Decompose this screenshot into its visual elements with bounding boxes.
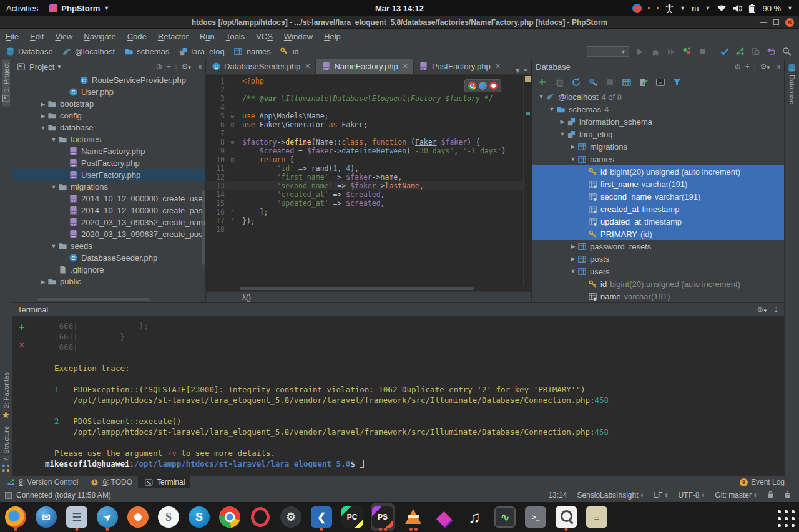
crumb-names[interactable]: names [233,47,271,57]
chevron-right-icon[interactable]: ▶ [569,143,577,150]
crumb-localhost[interactable]: @localhost [62,47,115,57]
dock-terminal[interactable]: >_ [524,503,547,531]
fold-marker-icon[interactable]: ⌃ [228,216,237,225]
hide-panel-icon[interactable]: ⇥ [774,62,780,71]
code-line-8[interactable]: 8⊟$factory->define(Name::class, function… [206,138,531,147]
menu-run[interactable]: Run [194,32,220,41]
db-tree-item-name[interactable]: name varchar(191) [532,290,784,302]
dock-graphics[interactable]: ◆ [432,503,456,531]
db-tree-item-schemas[interactable]: ▼schemas 4 [532,103,784,115]
close-button[interactable]: ✕ [785,18,794,27]
editor-tab-namefactory.php[interactable]: PHPNameFactory.php✕ [316,59,414,74]
app-menu[interactable]: PhpStorm ▼ [49,4,109,13]
status-git-master[interactable]: Git: master▲▼ [715,491,757,500]
db-tree-item-posts[interactable]: ▶posts [532,253,784,265]
chevron-down-icon[interactable]: ▼ [537,94,546,100]
project-tree-item-seeds[interactable]: ▼seeds [12,240,205,252]
table-view-icon[interactable] [621,77,632,87]
chevron-right-icon[interactable]: ▶ [39,101,47,107]
project-horizontal-scrollbar[interactable] [37,298,150,301]
project-tree-item-public[interactable]: ▶public [12,276,205,288]
project-tree-item-config[interactable]: ▶config [12,110,205,122]
menu-view[interactable]: View [49,32,78,41]
add-icon[interactable] [537,77,547,87]
project-tree-item-user.php[interactable]: CUser.php [12,86,205,98]
app-indicator-icon[interactable] [632,4,642,13]
show-applications-button[interactable] [774,506,795,528]
crumb-id[interactable]: id [280,47,299,57]
dock-telegram[interactable]: ➤ [96,503,119,531]
toolwindow-button-7-structure[interactable]: 7: Structure [2,422,10,476]
collapse-all-icon[interactable]: ÷ [167,62,171,71]
db-tree-item-lara_eloq[interactable]: ▼lara_eloq [532,128,784,140]
dock-postman[interactable] [126,503,150,531]
menu-refactor[interactable]: Refactor [152,32,194,41]
code-line-17[interactable]: 17⌃}); [206,216,531,225]
dock-thunderbird[interactable]: ✉ [34,503,58,531]
toolwindow-button-9-version-control[interactable]: 9: Version Control [0,476,84,488]
wifi-icon[interactable] [717,4,727,12]
code-line-9[interactable]: 9 $created = $faker->dateTimeBetween('-3… [206,147,531,155]
dock-chrome[interactable] [218,503,242,531]
chevron-down-icon[interactable]: ▼ [569,156,577,162]
code-line-3[interactable]: 3/** @var \Illuminate\Database\Eloquent\… [206,94,531,103]
locate-icon[interactable]: ⊕ [156,62,162,71]
db-tree-item--localhost[interactable]: ▼@localhost 4 of 8 [532,90,784,103]
db-tree-item-id[interactable]: id bigint(20) unsigned (auto increment) [532,278,784,290]
properties-icon[interactable] [587,77,598,87]
chevron-down-icon[interactable]: ▼ [49,184,58,190]
keyboard-layout[interactable]: ru [692,4,699,13]
project-tree-item-bootstrap[interactable]: ▶bootstrap [12,98,205,110]
volume-icon[interactable] [733,4,742,12]
chevron-right-icon[interactable]: ▶ [39,113,47,119]
crumb-lara_eloq[interactable]: lara_eloq [178,47,225,57]
chevron-right-icon[interactable]: ▶ [569,243,577,249]
chevron-right-icon[interactable]: ▶ [39,279,47,285]
project-tree-item-userfactory.php[interactable]: PHPUserFactory.php [12,169,205,181]
edit-console-icon[interactable] [638,77,649,87]
dock-firefox[interactable] [4,503,27,531]
lock-icon[interactable] [767,490,774,500]
code-line-14[interactable]: 14 'created_at' => $created, [206,190,531,199]
code-line-12[interactable]: 12 'first_name' => $faker->name, [206,173,531,181]
project-vertical-scrollbar[interactable] [202,190,205,265]
code-line-11[interactable]: 11 'id' => rand(1, 4), [206,164,531,173]
code-line-10[interactable]: 10⊟ return [ [206,155,531,164]
filter-icon[interactable] [672,77,682,87]
code-line-18[interactable]: 18 [206,225,531,234]
project-tree-item-factories[interactable]: ▼factories [12,133,205,145]
project-tree-item-postfactory.php[interactable]: PHPPostFactory.php [12,157,205,169]
close-tab-icon[interactable]: ✕ [403,62,408,70]
dock-files[interactable]: ☰ [65,503,89,531]
project-tree-item-database[interactable]: ▼database [12,122,205,133]
update-check-icon[interactable] [719,47,729,57]
db-tree-item-updated_at[interactable]: updated_at timestamp [532,215,784,228]
firefox-browser-icon[interactable] [479,82,487,90]
toolwindow-button-1-project[interactable]: 1: Project [2,59,10,106]
event-log-button[interactable]: 9Event Log [734,476,790,488]
code-line-16[interactable]: 16⌃ ]; [206,208,531,216]
search-icon[interactable] [782,47,792,57]
status-sensiolabsinsight[interactable]: SensioLabsInsight▲▼ [577,491,644,500]
play-icon[interactable] [635,47,645,57]
coverage-icon[interactable] [682,47,692,57]
project-panel-header[interactable]: Project ▾ ⊕ ÷ | ⚙▾ ⇥ [12,59,205,74]
chevron-down-icon[interactable]: ▼ [547,106,556,112]
accessibility-icon[interactable] [665,4,674,13]
chevron-down-icon[interactable]: ▼ [49,137,58,143]
project-tree-item-2020_03_13_090637_create_pos[interactable]: PHP2020_03_13_090637_create_pos [12,228,205,240]
menu-file[interactable]: File [0,32,24,41]
dock-station[interactable]: S [157,503,180,531]
project-tree-item-.gitignore[interactable]: .gitignore [12,264,205,276]
editor-breadcrumb[interactable]: λ() [206,291,531,302]
fold-marker-icon[interactable]: ⊟ [228,155,237,164]
status-utf-8[interactable]: UTF-8▲▼ [678,491,705,500]
db-tree-item-created_at[interactable]: created_at timestamp [532,203,784,215]
close-tab-icon[interactable]: ✕ [495,62,501,70]
dock-system-monitor[interactable]: ∿ [493,503,517,531]
database-panel-header[interactable]: Database ⊕ ÷ | ⚙▾ ⇥ [532,59,784,74]
code-line-4[interactable]: 4 [206,103,531,112]
crumb-schemas[interactable]: schemas [124,47,169,57]
fold-marker-icon[interactable]: ⊟ [228,138,237,147]
minimize-button[interactable]: — [760,20,767,25]
